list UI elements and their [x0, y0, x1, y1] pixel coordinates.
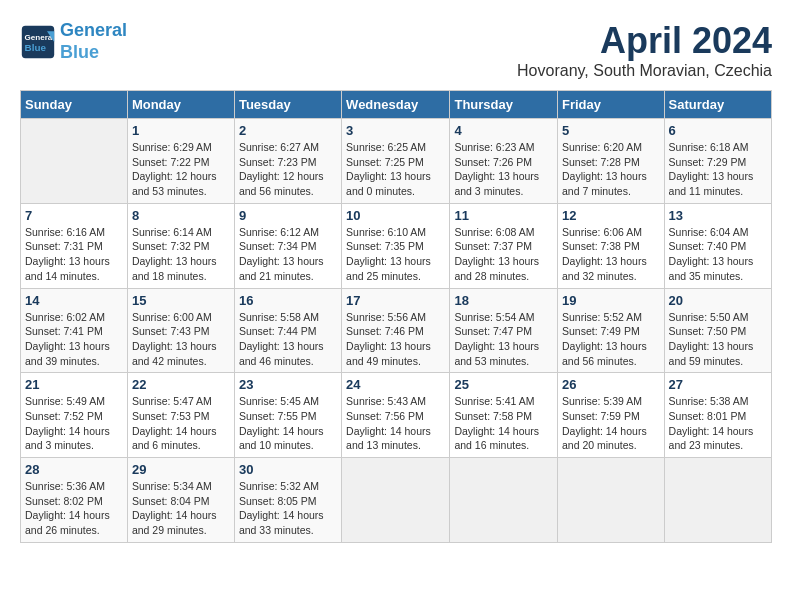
day-number: 11 [454, 208, 553, 223]
day-info: Sunrise: 6:20 AM Sunset: 7:28 PM Dayligh… [562, 140, 660, 199]
day-info: Sunrise: 6:29 AM Sunset: 7:22 PM Dayligh… [132, 140, 230, 199]
logo-icon: General Blue [20, 24, 56, 60]
day-number: 3 [346, 123, 445, 138]
calendar-cell: 4Sunrise: 6:23 AM Sunset: 7:26 PM Daylig… [450, 119, 558, 204]
day-number: 15 [132, 293, 230, 308]
day-number: 25 [454, 377, 553, 392]
calendar-cell: 11Sunrise: 6:08 AM Sunset: 7:37 PM Dayli… [450, 203, 558, 288]
weekday-header: Thursday [450, 91, 558, 119]
day-info: Sunrise: 5:58 AM Sunset: 7:44 PM Dayligh… [239, 310, 337, 369]
calendar-table: SundayMondayTuesdayWednesdayThursdayFrid… [20, 90, 772, 543]
day-number: 10 [346, 208, 445, 223]
day-number: 27 [669, 377, 767, 392]
calendar-cell [664, 458, 771, 543]
weekday-header: Friday [558, 91, 665, 119]
day-info: Sunrise: 5:45 AM Sunset: 7:55 PM Dayligh… [239, 394, 337, 453]
day-number: 21 [25, 377, 123, 392]
day-number: 18 [454, 293, 553, 308]
day-info: Sunrise: 6:10 AM Sunset: 7:35 PM Dayligh… [346, 225, 445, 284]
calendar-cell: 12Sunrise: 6:06 AM Sunset: 7:38 PM Dayli… [558, 203, 665, 288]
day-number: 8 [132, 208, 230, 223]
calendar-week-row: 1Sunrise: 6:29 AM Sunset: 7:22 PM Daylig… [21, 119, 772, 204]
calendar-header-row: SundayMondayTuesdayWednesdayThursdayFrid… [21, 91, 772, 119]
day-info: Sunrise: 5:34 AM Sunset: 8:04 PM Dayligh… [132, 479, 230, 538]
weekday-header: Tuesday [234, 91, 341, 119]
calendar-cell [342, 458, 450, 543]
day-number: 12 [562, 208, 660, 223]
calendar-cell: 2Sunrise: 6:27 AM Sunset: 7:23 PM Daylig… [234, 119, 341, 204]
calendar-week-row: 21Sunrise: 5:49 AM Sunset: 7:52 PM Dayli… [21, 373, 772, 458]
calendar-cell: 7Sunrise: 6:16 AM Sunset: 7:31 PM Daylig… [21, 203, 128, 288]
calendar-cell: 18Sunrise: 5:54 AM Sunset: 7:47 PM Dayli… [450, 288, 558, 373]
day-info: Sunrise: 6:06 AM Sunset: 7:38 PM Dayligh… [562, 225, 660, 284]
day-info: Sunrise: 6:02 AM Sunset: 7:41 PM Dayligh… [25, 310, 123, 369]
calendar-cell: 30Sunrise: 5:32 AM Sunset: 8:05 PM Dayli… [234, 458, 341, 543]
day-info: Sunrise: 6:18 AM Sunset: 7:29 PM Dayligh… [669, 140, 767, 199]
logo: General Blue GeneralBlue [20, 20, 127, 63]
day-info: Sunrise: 5:32 AM Sunset: 8:05 PM Dayligh… [239, 479, 337, 538]
day-info: Sunrise: 5:43 AM Sunset: 7:56 PM Dayligh… [346, 394, 445, 453]
day-number: 7 [25, 208, 123, 223]
day-info: Sunrise: 6:27 AM Sunset: 7:23 PM Dayligh… [239, 140, 337, 199]
calendar-cell: 24Sunrise: 5:43 AM Sunset: 7:56 PM Dayli… [342, 373, 450, 458]
calendar-week-row: 7Sunrise: 6:16 AM Sunset: 7:31 PM Daylig… [21, 203, 772, 288]
day-number: 23 [239, 377, 337, 392]
calendar-cell: 9Sunrise: 6:12 AM Sunset: 7:34 PM Daylig… [234, 203, 341, 288]
calendar-cell: 23Sunrise: 5:45 AM Sunset: 7:55 PM Dayli… [234, 373, 341, 458]
day-number: 30 [239, 462, 337, 477]
calendar-cell: 21Sunrise: 5:49 AM Sunset: 7:52 PM Dayli… [21, 373, 128, 458]
day-info: Sunrise: 5:50 AM Sunset: 7:50 PM Dayligh… [669, 310, 767, 369]
calendar-cell: 19Sunrise: 5:52 AM Sunset: 7:49 PM Dayli… [558, 288, 665, 373]
day-number: 16 [239, 293, 337, 308]
calendar-cell: 5Sunrise: 6:20 AM Sunset: 7:28 PM Daylig… [558, 119, 665, 204]
day-info: Sunrise: 5:56 AM Sunset: 7:46 PM Dayligh… [346, 310, 445, 369]
day-info: Sunrise: 5:38 AM Sunset: 8:01 PM Dayligh… [669, 394, 767, 453]
calendar-cell: 17Sunrise: 5:56 AM Sunset: 7:46 PM Dayli… [342, 288, 450, 373]
weekday-header: Wednesday [342, 91, 450, 119]
weekday-header: Saturday [664, 91, 771, 119]
calendar-cell: 14Sunrise: 6:02 AM Sunset: 7:41 PM Dayli… [21, 288, 128, 373]
main-title: April 2024 [517, 20, 772, 62]
calendar-cell [450, 458, 558, 543]
day-info: Sunrise: 6:16 AM Sunset: 7:31 PM Dayligh… [25, 225, 123, 284]
svg-text:Blue: Blue [25, 42, 47, 53]
weekday-header: Sunday [21, 91, 128, 119]
calendar-cell: 28Sunrise: 5:36 AM Sunset: 8:02 PM Dayli… [21, 458, 128, 543]
day-info: Sunrise: 6:14 AM Sunset: 7:32 PM Dayligh… [132, 225, 230, 284]
calendar-cell: 3Sunrise: 6:25 AM Sunset: 7:25 PM Daylig… [342, 119, 450, 204]
day-number: 4 [454, 123, 553, 138]
calendar-cell: 13Sunrise: 6:04 AM Sunset: 7:40 PM Dayli… [664, 203, 771, 288]
day-info: Sunrise: 5:49 AM Sunset: 7:52 PM Dayligh… [25, 394, 123, 453]
day-info: Sunrise: 6:25 AM Sunset: 7:25 PM Dayligh… [346, 140, 445, 199]
day-info: Sunrise: 5:54 AM Sunset: 7:47 PM Dayligh… [454, 310, 553, 369]
calendar-cell: 22Sunrise: 5:47 AM Sunset: 7:53 PM Dayli… [127, 373, 234, 458]
day-number: 24 [346, 377, 445, 392]
day-number: 22 [132, 377, 230, 392]
day-number: 14 [25, 293, 123, 308]
day-number: 6 [669, 123, 767, 138]
day-info: Sunrise: 6:12 AM Sunset: 7:34 PM Dayligh… [239, 225, 337, 284]
day-number: 28 [25, 462, 123, 477]
day-info: Sunrise: 5:36 AM Sunset: 8:02 PM Dayligh… [25, 479, 123, 538]
day-info: Sunrise: 5:47 AM Sunset: 7:53 PM Dayligh… [132, 394, 230, 453]
day-number: 5 [562, 123, 660, 138]
day-info: Sunrise: 6:00 AM Sunset: 7:43 PM Dayligh… [132, 310, 230, 369]
day-info: Sunrise: 5:41 AM Sunset: 7:58 PM Dayligh… [454, 394, 553, 453]
day-number: 2 [239, 123, 337, 138]
day-info: Sunrise: 6:08 AM Sunset: 7:37 PM Dayligh… [454, 225, 553, 284]
day-number: 26 [562, 377, 660, 392]
calendar-cell: 8Sunrise: 6:14 AM Sunset: 7:32 PM Daylig… [127, 203, 234, 288]
weekday-header: Monday [127, 91, 234, 119]
day-info: Sunrise: 6:04 AM Sunset: 7:40 PM Dayligh… [669, 225, 767, 284]
day-number: 9 [239, 208, 337, 223]
calendar-cell: 15Sunrise: 6:00 AM Sunset: 7:43 PM Dayli… [127, 288, 234, 373]
calendar-week-row: 28Sunrise: 5:36 AM Sunset: 8:02 PM Dayli… [21, 458, 772, 543]
calendar-cell: 6Sunrise: 6:18 AM Sunset: 7:29 PM Daylig… [664, 119, 771, 204]
day-info: Sunrise: 5:52 AM Sunset: 7:49 PM Dayligh… [562, 310, 660, 369]
subtitle: Hovorany, South Moravian, Czechia [517, 62, 772, 80]
calendar-cell: 10Sunrise: 6:10 AM Sunset: 7:35 PM Dayli… [342, 203, 450, 288]
day-info: Sunrise: 5:39 AM Sunset: 7:59 PM Dayligh… [562, 394, 660, 453]
title-section: April 2024 Hovorany, South Moravian, Cze… [517, 20, 772, 80]
calendar-cell: 26Sunrise: 5:39 AM Sunset: 7:59 PM Dayli… [558, 373, 665, 458]
day-number: 1 [132, 123, 230, 138]
